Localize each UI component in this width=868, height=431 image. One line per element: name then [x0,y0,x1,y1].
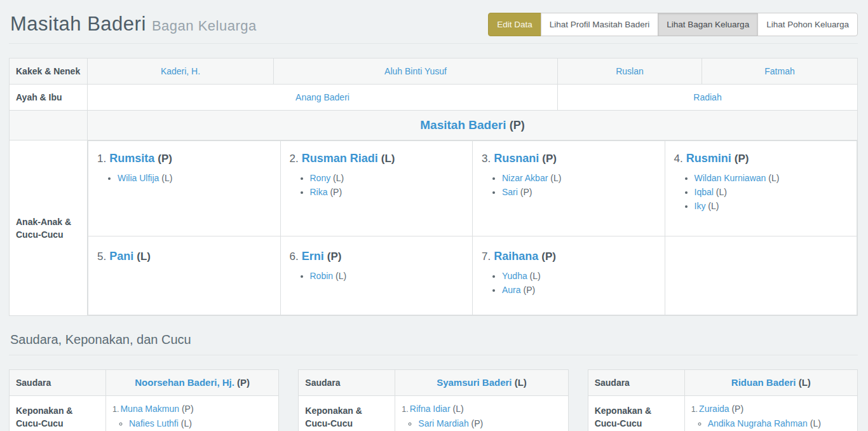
self-gender: (P) [510,119,525,132]
self-row: Masitah Baderi (P) [10,111,858,140]
child-item: 3. Rusnani (P) Nizar Akbar (L) Sari (P) [473,141,665,236]
nephew-children-list: Nafies Luthfi (L) [112,417,272,430]
grandchild-item: Wilia Ulfija (L) [118,172,273,184]
children-grid: 1. Rumsita (P) Wilia Ulfija (L) 2. Rusma… [88,140,857,315]
grandchild-link[interactable]: Wildan Kurniawan [695,173,766,183]
nephews-label: Keponakan & Cucu-Cucu [299,396,395,431]
child-item: 5. Pani (L) [88,236,281,315]
grandchild-link[interactable]: Yudha [502,271,527,281]
nephew-number: 1. [112,405,119,414]
grandparent-link[interactable]: Kaderi, H. [161,66,200,76]
child-link[interactable]: Rusman Riadi [302,152,378,165]
toolbar: Edit Data Lihat Profil Masitah Baderi Li… [488,13,858,36]
nephew-child-link[interactable]: Andika Nugraha Rahman [708,418,808,428]
child-gender: (L) [381,153,395,165]
sibling-link[interactable]: Noorsehan Baderi, Hj. [135,377,234,388]
nephews-cell: 1.Zuraida (P) Andika Nugraha Rahman (L) [684,396,857,431]
view-family-tree-button[interactable]: Lihat Pohon Keluarga [757,13,858,36]
sibling-card: Saudara Syamsuri Baderi (L) Keponakan & … [298,369,568,431]
sibling-card: Saudara Noorsehan Baderi, Hj. (P) Kepona… [9,369,279,431]
grandchild-link[interactable]: Iqbal [695,187,714,197]
child-link[interactable]: Raihana [494,250,538,263]
nephew-item: 1.Muna Makmun (P) Nafies Luthfi (L) [112,402,272,430]
child-heading: 3. Rusnani (P) [482,150,657,167]
grandchild-link[interactable]: Aura [502,285,521,295]
mother-link[interactable]: Radiah [693,92,721,102]
grandchild-link[interactable]: Rika [310,187,328,197]
siblings-section-heading: Saudara, Keponakan, dan Cucu [9,332,858,355]
grandchild-gender: (P) [520,187,532,197]
grandparent-link[interactable]: Aluh Binti Yusuf [384,66,447,76]
children-label: Anak-Anak & Cucu-Cucu [10,140,88,316]
grandchild-gender: (L) [550,173,561,183]
sibling-link[interactable]: Syamsuri Baderi [437,377,512,388]
grandparent-link[interactable]: Fatmah [764,66,794,76]
child-number: 6. [290,250,299,263]
nephews-cell: 1.Rifna Idiar (L) Sari Mardiah (P) [395,396,568,431]
grandchild-link[interactable]: Iky [695,201,706,211]
grandchild-link[interactable]: Sari [502,187,518,197]
sibling-name-cell: Riduan Baderi (L) [684,370,857,396]
grandchild-gender: (L) [708,201,719,211]
nephew-child-gender: (P) [471,418,484,428]
nephew-number: 1. [691,405,698,414]
child-heading: 7. Raihana (P) [482,248,657,265]
child-heading: 6. Erni (P) [290,248,465,265]
child-gender: (P) [327,250,342,263]
child-number: 2. [290,153,299,165]
sibling-label: Saudara [299,370,395,396]
sibling-link[interactable]: Riduan Baderi [731,377,796,388]
grandchild-gender: (L) [716,187,727,197]
sibling-row: Saudara Syamsuri Baderi (L) [299,370,568,396]
grandchild-link[interactable]: Robin [310,271,334,281]
nephew-item: 1.Zuraida (P) Andika Nugraha Rahman (L) [691,402,851,430]
grandchild-item: Iqbal (L) [695,186,850,198]
grandchild-item: Wildan Kurniawan (L) [695,172,850,184]
child-link[interactable]: Erni [302,250,324,263]
nephew-child-link[interactable]: Sari Mardiah [418,418,468,428]
sibling-name-cell: Noorsehan Baderi, Hj. (P) [106,370,279,396]
grandparent-cell: Kaderi, H. [88,58,274,85]
edit-data-button[interactable]: Edit Data [488,13,541,36]
grandparents-row: Kakek & Nenek Kaderi, H. Aluh Binti Yusu… [10,58,858,85]
child-item: 1. Rumsita (P) Wilia Ulfija (L) [88,141,281,236]
grandparent-link[interactable]: Ruslan [616,66,644,76]
nephews-row: Keponakan & Cucu-Cucu 1.Rifna Idiar (L) … [299,396,568,431]
self-link[interactable]: Masitah Baderi [420,118,506,132]
grandparents-label: Kakek & Nenek [10,58,88,85]
nephews-label: Keponakan & Cucu-Cucu [10,396,106,431]
nephew-child-link[interactable]: Nafies Luthfi [129,418,179,428]
sibling-cards: Saudara Noorsehan Baderi, Hj. (P) Kepona… [9,369,858,431]
grandchild-item: Robin (L) [310,270,465,282]
grandchild-link[interactable]: Rony [310,173,331,183]
child-heading: 1. Rumsita (P) [97,150,273,167]
sibling-gender: (P) [237,377,250,388]
grandchild-link[interactable]: Nizar Akbar [502,173,548,183]
child-link[interactable]: Rusnani [494,152,539,165]
sibling-name-cell: Syamsuri Baderi (L) [395,370,568,396]
nephew-child-item: Sari Mardiah (P) [418,417,561,430]
sibling-row: Saudara Riduan Baderi (L) [588,370,857,396]
view-family-chart-button[interactable]: Lihat Bagan Keluarga [658,13,758,36]
grandchild-gender: (L) [768,173,779,183]
child-link[interactable]: Pani [109,250,133,263]
nephew-gender: (P) [182,404,194,414]
family-chart-table: Kakek & Nenek Kaderi, H. Aluh Binti Yusu… [9,58,858,316]
child-item: 2. Rusman Riadi (L) Rony (L) Rika (P) [280,141,473,236]
grandchild-link[interactable]: Wilia Ulfija [118,173,159,183]
sibling-label: Saudara [588,370,684,396]
nephew-link[interactable]: Zuraida [699,404,729,414]
child-heading: 5. Pani (L) [97,248,273,265]
grandparent-cell: Ruslan [558,58,702,85]
father-link[interactable]: Anang Baderi [295,92,349,102]
nephew-link[interactable]: Muna Makmun [120,404,179,414]
child-link[interactable]: Rumsita [109,152,154,165]
nephew-number: 1. [402,405,408,414]
nephew-child-item: Andika Nugraha Rahman (L) [708,417,851,430]
grandchild-item: Iky (L) [695,200,850,212]
child-link[interactable]: Rusmini [686,152,731,165]
nephew-link[interactable]: Rifna Idiar [410,404,451,414]
children-grid-row: 5. Pani (L) 6. Erni (P) Robin (L) 7. Rai… [88,236,857,315]
grandparent-cell: Aluh Binti Yusuf [274,58,558,85]
view-profile-button[interactable]: Lihat Profil Masitah Baderi [541,13,659,36]
